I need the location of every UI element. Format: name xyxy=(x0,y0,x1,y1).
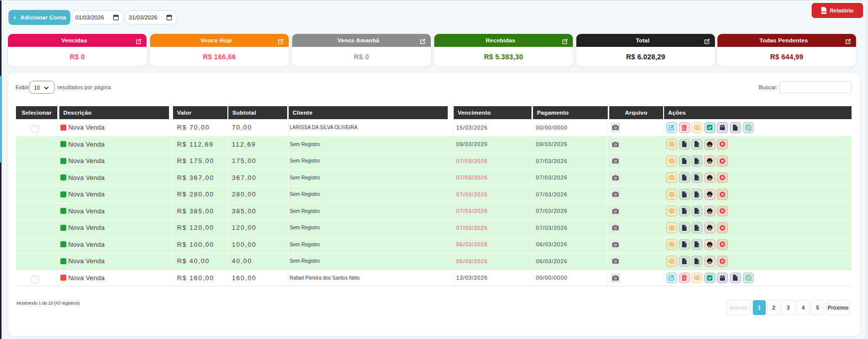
svg-text:PDF: PDF xyxy=(822,11,826,13)
